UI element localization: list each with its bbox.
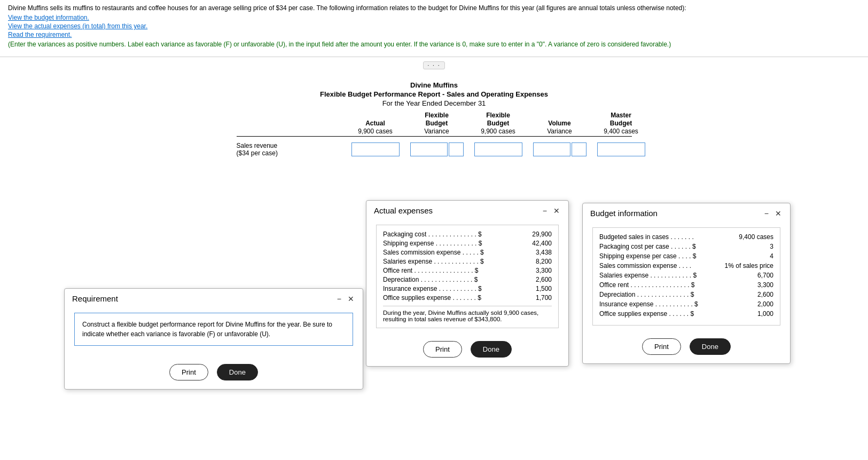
col-flex-budget: Budget xyxy=(408,120,466,127)
requirement-done-btn[interactable]: Done xyxy=(217,364,258,380)
actual-modal-controls: − ✕ xyxy=(542,207,561,215)
vol-variance-input[interactable] xyxy=(533,142,570,156)
flex-budget-input[interactable] xyxy=(474,142,522,156)
requirement-close-btn[interactable]: ✕ xyxy=(347,295,355,303)
report-container: Divine Muffins Flexible Budget Performan… xyxy=(237,81,632,157)
budget-data-table: Budgeted sales in cases . . . . . . . 9,… xyxy=(592,227,780,326)
budget-minimize-btn[interactable]: − xyxy=(763,209,770,218)
flex-variance-input-cell xyxy=(408,142,466,156)
budget-print-btn[interactable]: Print xyxy=(642,338,681,355)
actual-row-packaging: Packaging cost . . . . . . . . . . . . .… xyxy=(383,231,552,238)
actual-row-insurance: Insurance expense . . . . . . . . . . . … xyxy=(383,285,552,292)
intro-text: Divine Muffins sells its muffins to rest… xyxy=(8,4,860,12)
vol-variance-input-cell xyxy=(530,142,589,156)
budget-row-supplies: Office supplies expense . . . . . . $ 1,… xyxy=(599,310,773,318)
budget-modal: Budget information − ✕ Budgeted sales in… xyxy=(582,203,791,364)
view-actual-link[interactable]: View the actual expenses (in total) from… xyxy=(8,22,860,30)
budget-row-insurance: Insurance expense . . . . . . . . . . . … xyxy=(599,300,773,308)
green-note: (Enter the variances as positive numbers… xyxy=(8,41,860,48)
actual-expenses-modal: Actual expenses − ✕ Packaging cost . . .… xyxy=(366,200,569,367)
budget-modal-header: Budget information − ✕ xyxy=(583,203,790,222)
header-underline xyxy=(237,136,632,137)
requirement-minimize-btn[interactable]: − xyxy=(336,295,342,303)
actual-row-commission: Sales commission expense . . . . . $ 3,4… xyxy=(383,249,552,256)
actual-modal-title: Actual expenses xyxy=(374,206,433,215)
requirement-title: Requirement xyxy=(72,294,118,303)
actual-input[interactable] xyxy=(351,142,400,156)
col-flexible: Flexible xyxy=(408,112,466,119)
budget-row-packaging: Packaging cost per case . . . . . . $ 3 xyxy=(599,243,773,250)
budget-row-office-rent: Office rent . . . . . . . . . . . . . . … xyxy=(599,281,773,289)
requirement-modal-controls: − ✕ xyxy=(336,295,355,303)
collapse-section: · · · xyxy=(0,60,868,70)
budget-row-commission: Sales commission expense . . . . 1% of s… xyxy=(599,262,773,269)
actual-modal-content: Packaging cost . . . . . . . . . . . . .… xyxy=(366,219,568,336)
actual-note: During the year, Divine Muffins actually… xyxy=(383,306,552,322)
actual-row-supplies: Office supplies expense . . . . . . . $ … xyxy=(383,294,552,302)
read-requirement-link[interactable]: Read the requirement. xyxy=(8,31,860,38)
budget-modal-title: Budget information xyxy=(590,209,658,218)
budget-row-sales: Budgeted sales in cases . . . . . . . 9,… xyxy=(599,233,773,241)
actual-data-table: Packaging cost . . . . . . . . . . . . .… xyxy=(376,225,559,328)
view-budget-link[interactable]: View the budget information. xyxy=(8,14,860,21)
sales-sublabel: ($34 per case) xyxy=(237,149,343,157)
actual-row-salaries: Salaries expense . . . . . . . . . . . .… xyxy=(383,258,552,265)
budget-done-btn[interactable]: Done xyxy=(690,338,731,355)
budget-row-shipping: Shipping expense per case . . . . $ 4 xyxy=(599,252,773,260)
col-flex-cases: 9,900 cases xyxy=(466,128,530,135)
budget-modal-footer: Print Done xyxy=(583,333,790,363)
col-master-cases: 9,400 cases xyxy=(589,128,653,135)
report-company: Divine Muffins xyxy=(237,81,632,89)
top-section: Divine Muffins sells its muffins to rest… xyxy=(0,0,868,53)
actual-modal-header: Actual expenses − ✕ xyxy=(366,201,568,219)
vol-variance-label-input[interactable] xyxy=(572,142,587,156)
flex-variance-label-input[interactable] xyxy=(449,142,464,156)
budget-modal-content: Budgeted sales in cases . . . . . . . 9,… xyxy=(583,222,790,333)
col-actual: Actual xyxy=(343,120,408,127)
col-flexible2: Flexible xyxy=(466,112,530,119)
report-col-headers: Flexible Flexible Master xyxy=(237,112,632,119)
requirement-text: Construct a flexible budget performance … xyxy=(74,313,353,346)
report-title: Flexible Budget Performance Report - Sal… xyxy=(237,90,632,98)
col-master: Master xyxy=(589,112,653,119)
sales-row: Sales revenue ($34 per case) xyxy=(237,142,632,157)
report-period: For the Year Ended December 31 xyxy=(237,99,632,107)
actual-minimize-btn[interactable]: − xyxy=(542,207,548,215)
budget-close-btn[interactable]: ✕ xyxy=(774,209,783,218)
budget-row-depreciation: Depreciation . . . . . . . . . . . . . .… xyxy=(599,291,773,298)
actual-done-btn[interactable]: Done xyxy=(471,341,512,358)
col-flex-variance: Variance xyxy=(408,128,466,135)
col-vol-variance: Variance xyxy=(530,128,589,135)
sales-label: Sales revenue xyxy=(237,142,343,149)
requirement-print-btn[interactable]: Print xyxy=(169,364,208,380)
report-area: Divine Muffins Flexible Budget Performan… xyxy=(0,81,868,157)
master-budget-input[interactable] xyxy=(597,142,645,156)
actual-modal-footer: Print Done xyxy=(366,336,568,366)
col-actual-cases: 9,900 cases xyxy=(343,128,408,135)
budget-row-salaries: Salaries expense . . . . . . . . . . . .… xyxy=(599,272,773,279)
master-budget-input-cell xyxy=(589,142,653,156)
requirement-modal: Requirement − ✕ Construct a flexible bud… xyxy=(64,288,363,390)
actual-row-shipping: Shipping expense . . . . . . . . . . . .… xyxy=(383,240,552,247)
actual-close-btn[interactable]: ✕ xyxy=(552,207,561,215)
flex-variance-input[interactable] xyxy=(410,142,448,156)
flex-budget-input-cell xyxy=(466,142,530,156)
report-col-labels: Actual Budget Budget Volume Budget xyxy=(237,120,632,127)
requirement-modal-content: Construct a flexible budget performance … xyxy=(65,307,363,359)
col-empty xyxy=(237,112,343,119)
requirement-modal-footer: Print Done xyxy=(65,359,363,389)
report-col-cases: 9,900 cases Variance 9,900 cases Varianc… xyxy=(237,128,632,135)
col-flex-budget2: Budget xyxy=(466,120,530,127)
col-volume: Volume xyxy=(530,120,589,127)
actual-row-depreciation: Depreciation . . . . . . . . . . . . . .… xyxy=(383,276,552,283)
collapse-indicator[interactable]: · · · xyxy=(423,61,445,69)
col-master-budget: Budget xyxy=(589,120,653,127)
actual-input-cell xyxy=(343,142,408,156)
divider xyxy=(0,57,868,57)
budget-modal-controls: − ✕ xyxy=(763,209,783,218)
actual-print-btn[interactable]: Print xyxy=(423,341,462,358)
requirement-modal-header: Requirement − ✕ xyxy=(65,289,363,307)
actual-row-office-rent: Office rent . . . . . . . . . . . . . . … xyxy=(383,267,552,274)
